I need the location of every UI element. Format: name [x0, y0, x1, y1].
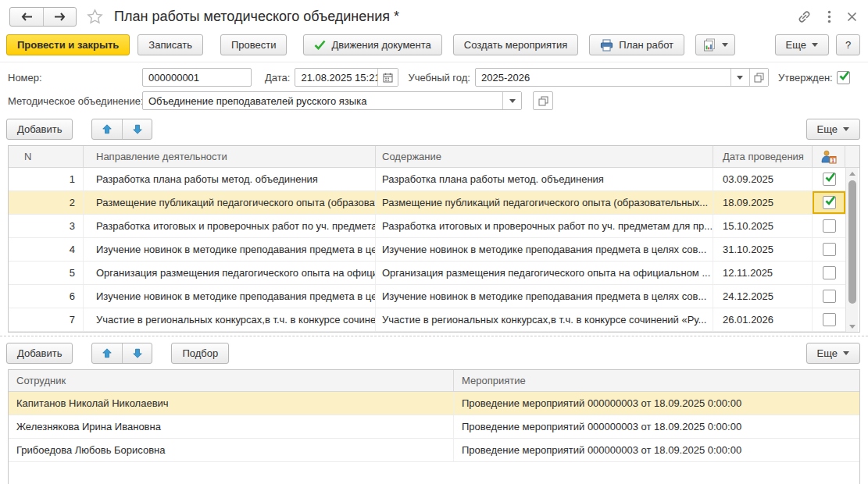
post-and-close-button[interactable]: Провести и закрыть — [6, 34, 130, 55]
association-dropdown-icon[interactable] — [502, 92, 521, 109]
pick-label: Подбор — [182, 347, 218, 359]
row-checkbox[interactable] — [823, 313, 836, 326]
more-label: Еще — [817, 123, 838, 135]
activities-commandbar: Добавить Еще — [0, 114, 868, 145]
row-number: 4 — [9, 238, 84, 261]
titlebar-actions — [797, 10, 859, 23]
employees-rows: Капитанов Николай НиколаевичПроведение м… — [9, 392, 859, 462]
row-number: 7 — [9, 308, 84, 331]
table-row[interactable]: 3Разработка итоговых и проверочных работ… — [9, 215, 845, 238]
column-header-responsible[interactable]: 1 — [813, 146, 845, 167]
number-input[interactable]: 000000001 — [142, 68, 252, 87]
toolbar-more-button[interactable]: Еще — [775, 34, 829, 55]
document-movements-button[interactable]: Движения документа — [303, 34, 441, 55]
activities-scrollbar[interactable] — [845, 168, 858, 332]
table-row[interactable]: 6Изучение новинок в методике преподавани… — [9, 285, 845, 308]
year-combo[interactable]: 2025-2026 — [475, 68, 769, 87]
column-header-direction[interactable]: Направление деятельности — [84, 146, 376, 167]
row-content: Размещение публикаций педагогического оп… — [376, 191, 713, 214]
column-header-content[interactable]: Содержание — [376, 146, 713, 167]
row-employee: Грибоедова Любовь Борисовна — [9, 439, 454, 461]
forward-button[interactable] — [43, 8, 76, 26]
titlebar: План работы методического объединения * — [0, 0, 868, 31]
scrollbar-thumb[interactable] — [848, 180, 856, 304]
row-date: 12.11.2025 — [713, 262, 813, 284]
date-input[interactable]: 21.08.2025 15:21:34 — [295, 68, 398, 87]
write-button[interactable]: Записать — [138, 34, 203, 55]
number-label: Номер: — [8, 72, 142, 84]
employees-move-buttons — [91, 343, 152, 364]
scroll-down-icon[interactable] — [846, 321, 858, 332]
calendar-icon[interactable] — [377, 69, 398, 86]
activities-rows: 1Разработка плана работы метод. объедине… — [9, 168, 845, 332]
move-up-button[interactable] — [92, 343, 122, 363]
column-header-date[interactable]: Дата проведения — [713, 146, 813, 167]
favorite-star-icon[interactable] — [87, 9, 103, 24]
forward-arrow-icon — [54, 12, 66, 21]
add-label: Добавить — [17, 347, 62, 359]
row-date: 26.01.2026 — [713, 308, 813, 331]
post-button[interactable]: Провести — [220, 34, 288, 55]
help-button[interactable]: ? — [836, 34, 860, 55]
printer-icon — [600, 39, 613, 52]
table-row[interactable]: 2Размещение публикаций педагогического о… — [9, 191, 845, 215]
table-row[interactable]: Железнякова Ирина ИвановнаПроведение мер… — [9, 415, 859, 439]
scroll-up-icon[interactable] — [846, 168, 858, 179]
employees-add-button[interactable]: Добавить — [6, 343, 73, 364]
row-content: Разработка итоговых и проверочных работ … — [376, 215, 713, 237]
close-icon[interactable] — [847, 12, 857, 22]
year-value: 2025-2026 — [476, 69, 730, 86]
row-date: 03.09.2025 — [713, 168, 813, 190]
table-row[interactable]: Грибоедова Любовь БорисовнаПроведение ме… — [9, 439, 859, 462]
link-icon[interactable] — [797, 10, 812, 23]
row-checkbox[interactable] — [823, 290, 836, 303]
row-checkbox[interactable] — [823, 173, 836, 186]
history-nav — [9, 7, 77, 27]
row-checkbox[interactable] — [823, 196, 836, 209]
work-plan-button[interactable]: План работ — [589, 34, 684, 55]
employees-table-filler — [9, 462, 859, 484]
employees-table: Сотрудник Мероприятие Капитанов Николай … — [8, 369, 860, 484]
association-combo[interactable]: Объединение преподавателей русского язык… — [142, 91, 522, 110]
row-event: Проведение мероприятий 000000003 от 18.0… — [454, 439, 859, 461]
document-movements-label: Движения документа — [331, 39, 430, 51]
year-open-icon[interactable] — [749, 69, 768, 86]
row-checkbox-cell — [813, 285, 845, 308]
row-employee: Железнякова Ирина Ивановна — [9, 415, 454, 438]
add-label: Добавить — [17, 123, 62, 135]
table-row[interactable]: 7Участие в региональных конкурсах,в т.ч.… — [9, 308, 845, 332]
move-up-button[interactable] — [92, 119, 122, 139]
person-calendar-icon: 1 — [821, 150, 837, 164]
column-header-event[interactable]: Мероприятие — [454, 370, 859, 391]
column-header-n[interactable]: N — [9, 146, 84, 167]
table-row[interactable]: 5Организация размещения педагогического … — [9, 262, 845, 285]
activities-more-button[interactable]: Еще — [806, 119, 860, 140]
row-checkbox[interactable] — [823, 219, 836, 233]
employees-pick-button[interactable]: Подбор — [171, 343, 229, 364]
table-row[interactable]: Капитанов Николай НиколаевичПроведение м… — [9, 392, 859, 415]
association-open-icon[interactable] — [533, 91, 553, 110]
approved-checkbox[interactable] — [837, 71, 850, 84]
year-dropdown-icon[interactable] — [730, 69, 749, 86]
more-dots-icon[interactable] — [827, 10, 831, 23]
back-button[interactable] — [10, 8, 43, 26]
activities-add-button[interactable]: Добавить — [6, 119, 73, 140]
report-dropdown-button[interactable] — [695, 34, 735, 55]
employees-more-button[interactable]: Еще — [806, 343, 860, 364]
move-down-button[interactable] — [122, 119, 152, 139]
row-direction: Разработка плана работы метод. объединен… — [84, 168, 376, 190]
move-down-button[interactable] — [122, 343, 152, 363]
create-events-button[interactable]: Создать мероприятия — [453, 34, 578, 55]
row-content: Организация размещения педагогического о… — [376, 262, 713, 284]
row-checkbox[interactable] — [823, 266, 836, 279]
table-row[interactable]: 4Изучение новинок в методике преподавани… — [9, 238, 845, 262]
column-header-scroll-gap — [845, 146, 858, 167]
activities-table-header: N Направление деятельности Содержание Да… — [9, 146, 859, 168]
row-date: 31.10.2025 — [713, 238, 813, 261]
column-header-employee[interactable]: Сотрудник — [9, 370, 454, 391]
row-date: 18.09.2025 — [713, 191, 813, 214]
row-direction: Организация размещения педагогического о… — [84, 262, 376, 284]
row-checkbox-cell — [813, 262, 845, 284]
table-row[interactable]: 1Разработка плана работы метод. объедине… — [9, 168, 845, 191]
row-checkbox[interactable] — [823, 243, 836, 256]
